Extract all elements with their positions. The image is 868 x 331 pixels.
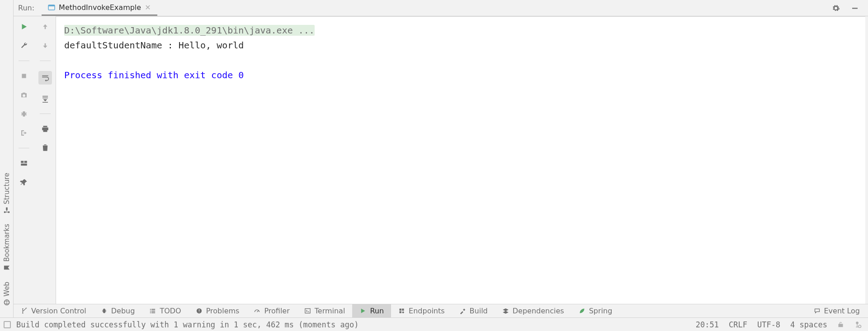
tab-label: Terminal <box>315 307 345 315</box>
print-icon <box>41 125 49 133</box>
tab-event-log[interactable]: Event Log <box>806 304 868 317</box>
tool-window-bookmarks[interactable]: Bookmarks <box>3 224 11 271</box>
hide-panel-button[interactable] <box>850 3 860 13</box>
tab-terminal[interactable]: Terminal <box>297 304 353 317</box>
pin-icon <box>20 178 28 186</box>
svg-rect-9 <box>21 161 24 163</box>
branch-icon <box>21 307 28 314</box>
layout-icon <box>20 159 28 167</box>
scroll-end-icon <box>41 95 49 103</box>
svg-point-16 <box>856 322 859 324</box>
inspector-icon <box>854 321 862 328</box>
run-tab-label: MethodInvokeExample <box>59 3 141 12</box>
tab-spring[interactable]: Spring <box>571 304 620 317</box>
rerun-button[interactable] <box>19 22 29 32</box>
hammer-icon <box>459 307 466 314</box>
dump-threads-button[interactable] <box>19 90 29 100</box>
layout-button[interactable] <box>19 158 29 168</box>
app-icon <box>48 4 55 11</box>
prev-occurrence-button[interactable] <box>40 22 50 32</box>
tool-window-web[interactable]: Web <box>3 282 11 306</box>
svg-rect-15 <box>305 309 310 313</box>
tab-label: Run <box>370 307 384 315</box>
status-encoding[interactable]: UTF-8 <box>757 320 780 329</box>
tool-window-label: Web <box>3 282 11 297</box>
wrench-icon <box>20 42 28 50</box>
soft-wrap-icon <box>41 74 49 82</box>
leaf-icon <box>579 307 585 314</box>
tool-window-label: Structure <box>3 173 11 204</box>
settings-button[interactable] <box>831 3 841 13</box>
svg-point-4 <box>4 301 9 303</box>
tool-window-structure[interactable]: Structure <box>3 173 11 213</box>
exit-icon <box>20 129 28 137</box>
run-panel-header: Run: MethodInvokeExample ✕ <box>14 0 868 16</box>
svg-point-17 <box>859 325 861 328</box>
status-clock[interactable]: 20:51 <box>696 320 719 329</box>
list-icon <box>149 307 156 314</box>
status-readonly-toggle[interactable] <box>837 321 844 328</box>
console-command-line: D:\Software\Java\jdk1.8.0_291\bin\java.e… <box>64 25 315 36</box>
next-occurrence-button[interactable] <box>40 41 50 51</box>
svg-rect-1 <box>8 211 9 213</box>
svg-rect-8 <box>22 74 26 78</box>
attach-debugger-button[interactable] <box>19 109 29 119</box>
status-indent[interactable]: 4 spaces <box>790 320 827 329</box>
tab-label: Build <box>470 307 488 315</box>
bug-gear-icon <box>20 110 28 118</box>
tab-problems[interactable]: Problems <box>189 304 247 317</box>
tab-todo[interactable]: TODO <box>142 304 188 317</box>
tab-label: Dependencies <box>513 307 564 315</box>
balloon-icon <box>814 307 821 314</box>
edit-config-button[interactable] <box>19 41 29 51</box>
tab-label: TODO <box>160 307 181 315</box>
lock-open-icon <box>837 321 844 328</box>
warn-icon <box>196 307 203 314</box>
close-icon[interactable]: ✕ <box>145 3 151 12</box>
status-message: Build completed successfully with 1 warn… <box>16 320 696 329</box>
status-bar: Build completed successfully with 1 warn… <box>0 317 868 331</box>
console-exit-line: Process finished with exit code 0 <box>64 70 244 80</box>
svg-rect-11 <box>21 164 28 166</box>
camera-icon <box>20 91 28 99</box>
minimize-icon <box>851 4 859 12</box>
run-tabs: MethodInvokeExample ✕ <box>42 0 157 16</box>
tab-version-control[interactable]: Version Control <box>14 304 94 317</box>
tab-debug[interactable]: Debug <box>94 304 142 317</box>
globe-icon <box>4 299 10 306</box>
scroll-to-end-button[interactable] <box>40 94 50 104</box>
print-button[interactable] <box>40 124 50 134</box>
bottom-tool-window-bar: Version Control Debug TODO Problems Prof… <box>14 304 868 317</box>
svg-rect-0 <box>4 211 5 213</box>
tab-dependencies[interactable]: Dependencies <box>495 304 571 317</box>
tab-build[interactable]: Build <box>452 304 495 317</box>
stop-icon <box>21 73 27 79</box>
tab-label: Problems <box>206 307 240 315</box>
event-log-label: Event Log <box>824 307 860 315</box>
tab-run[interactable]: Run <box>352 304 391 317</box>
trash-icon <box>41 144 49 152</box>
soft-wrap-button[interactable] <box>38 71 52 85</box>
bookmark-icon <box>4 265 10 271</box>
tool-windows-toggle[interactable] <box>4 321 11 328</box>
console-output[interactable]: D:\Software\Java\jdk1.8.0_291\bin\java.e… <box>56 16 865 304</box>
tab-label: Spring <box>589 307 613 315</box>
svg-rect-10 <box>24 161 27 163</box>
run-tab-methodinvokeexample[interactable]: MethodInvokeExample ✕ <box>42 0 157 16</box>
console-output-line: defaultStudentName : Hello, world <box>64 40 244 51</box>
exit-button[interactable] <box>19 128 29 138</box>
play-icon <box>359 307 366 314</box>
status-inspections[interactable] <box>854 321 862 328</box>
tab-profiler[interactable]: Profiler <box>246 304 297 317</box>
svg-rect-2 <box>6 207 8 210</box>
pin-button[interactable] <box>19 177 29 187</box>
left-tool-window-strip: Structure Bookmarks Web <box>0 0 14 331</box>
stop-button[interactable] <box>19 71 29 81</box>
layers-icon <box>502 307 509 314</box>
svg-rect-7 <box>852 8 858 9</box>
status-line-sep[interactable]: CRLF <box>729 320 747 329</box>
gauge-icon <box>254 307 260 314</box>
svg-rect-13 <box>199 309 199 311</box>
clear-all-button[interactable] <box>40 143 50 153</box>
tab-endpoints[interactable]: Endpoints <box>391 304 452 317</box>
